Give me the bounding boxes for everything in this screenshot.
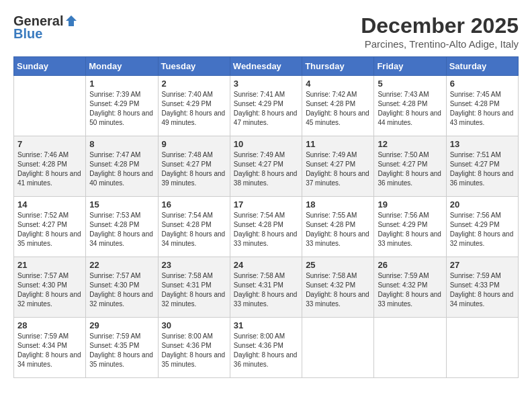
day-info: Sunrise: 7:58 AMSunset: 4:32 PMDaylight:… xyxy=(306,271,370,309)
weekday-header-row: SundayMondayTuesdayWednesdayThursdayFrid… xyxy=(14,57,519,76)
calendar-cell: 31Sunrise: 8:00 AMSunset: 4:36 PMDayligh… xyxy=(230,318,302,378)
calendar-cell: 28Sunrise: 7:59 AMSunset: 4:34 PMDayligh… xyxy=(14,318,86,378)
day-number: 5 xyxy=(378,79,442,89)
sunset-text: Sunset: 4:28 PM xyxy=(378,99,442,109)
day-info: Sunrise: 7:59 AMSunset: 4:35 PMDaylight:… xyxy=(89,332,154,369)
day-info: Sunrise: 7:45 AMSunset: 4:28 PMDaylight:… xyxy=(450,90,515,128)
day-number: 20 xyxy=(450,199,515,210)
sunrise-text: Sunrise: 7:59 AM xyxy=(450,271,515,281)
calendar-cell: 15Sunrise: 7:53 AMSunset: 4:28 PMDayligh… xyxy=(86,197,158,257)
daylight-text: Daylight: 8 hours and 44 minutes. xyxy=(378,109,442,128)
sunset-text: Sunset: 4:27 PM xyxy=(234,160,298,169)
sunset-text: Sunset: 4:29 PM xyxy=(89,99,154,109)
sunrise-text: Sunrise: 7:51 AM xyxy=(450,150,515,160)
day-number: 22 xyxy=(89,260,154,270)
day-info: Sunrise: 7:58 AMSunset: 4:31 PMDaylight:… xyxy=(234,271,298,309)
daylight-text: Daylight: 8 hours and 36 minutes. xyxy=(234,351,298,369)
day-info: Sunrise: 7:59 AMSunset: 4:32 PMDaylight:… xyxy=(378,271,442,309)
sunset-text: Sunset: 4:33 PM xyxy=(450,281,515,290)
sunset-text: Sunset: 4:27 PM xyxy=(162,160,226,169)
day-info: Sunrise: 7:54 AMSunset: 4:28 PMDaylight:… xyxy=(162,211,226,248)
day-number: 24 xyxy=(234,260,298,270)
day-info: Sunrise: 7:58 AMSunset: 4:31 PMDaylight:… xyxy=(162,271,226,309)
calendar-cell: 8Sunrise: 7:47 AMSunset: 4:28 PMDaylight… xyxy=(86,136,158,197)
calendar-cell xyxy=(446,318,518,378)
daylight-text: Daylight: 8 hours and 34 minutes. xyxy=(89,230,154,248)
daylight-text: Daylight: 8 hours and 41 minutes. xyxy=(17,169,82,188)
sunset-text: Sunset: 4:36 PM xyxy=(162,341,226,351)
day-info: Sunrise: 7:56 AMSunset: 4:29 PMDaylight:… xyxy=(378,211,442,248)
sunset-text: Sunset: 4:28 PM xyxy=(450,99,515,109)
sunset-text: Sunset: 4:29 PM xyxy=(234,99,298,109)
calendar-cell: 30Sunrise: 8:00 AMSunset: 4:36 PMDayligh… xyxy=(158,318,230,378)
sunset-text: Sunset: 4:27 PM xyxy=(450,160,515,169)
day-info: Sunrise: 7:56 AMSunset: 4:29 PMDaylight:… xyxy=(450,211,515,248)
sunrise-text: Sunrise: 7:42 AM xyxy=(306,90,370,99)
month-title: December 2025 xyxy=(361,13,519,38)
sunrise-text: Sunrise: 7:41 AM xyxy=(234,90,298,99)
sunset-text: Sunset: 4:29 PM xyxy=(450,220,515,230)
sunset-text: Sunset: 4:30 PM xyxy=(17,281,82,290)
calendar-cell: 18Sunrise: 7:55 AMSunset: 4:28 PMDayligh… xyxy=(302,197,374,257)
sunset-text: Sunset: 4:36 PM xyxy=(234,341,298,351)
day-info: Sunrise: 7:41 AMSunset: 4:29 PMDaylight:… xyxy=(234,90,298,128)
day-number: 26 xyxy=(378,260,442,270)
calendar-body: 1Sunrise: 7:39 AMSunset: 4:29 PMDaylight… xyxy=(14,76,519,378)
calendar-week-5: 28Sunrise: 7:59 AMSunset: 4:34 PMDayligh… xyxy=(14,318,519,378)
sunrise-text: Sunrise: 7:53 AM xyxy=(89,211,154,220)
logo-blue-text: Blue xyxy=(13,26,42,42)
day-number: 16 xyxy=(162,199,226,210)
day-info: Sunrise: 7:54 AMSunset: 4:28 PMDaylight:… xyxy=(234,211,298,248)
day-number: 21 xyxy=(17,260,82,270)
sunset-text: Sunset: 4:34 PM xyxy=(17,341,82,351)
sunset-text: Sunset: 4:35 PM xyxy=(89,341,154,351)
calendar-cell xyxy=(302,318,374,378)
calendar-week-3: 14Sunrise: 7:52 AMSunset: 4:27 PMDayligh… xyxy=(14,197,519,257)
sunset-text: Sunset: 4:29 PM xyxy=(378,220,442,230)
sunset-text: Sunset: 4:27 PM xyxy=(17,220,82,230)
calendar-cell: 24Sunrise: 7:58 AMSunset: 4:31 PMDayligh… xyxy=(230,257,302,318)
daylight-text: Daylight: 8 hours and 34 minutes. xyxy=(450,290,515,309)
logo: General Blue xyxy=(13,13,78,42)
daylight-text: Daylight: 8 hours and 43 minutes. xyxy=(450,109,515,128)
daylight-text: Daylight: 8 hours and 33 minutes. xyxy=(234,290,298,309)
day-number: 7 xyxy=(17,139,82,149)
calendar-cell: 10Sunrise: 7:49 AMSunset: 4:27 PMDayligh… xyxy=(230,136,302,197)
calendar-cell: 20Sunrise: 7:56 AMSunset: 4:29 PMDayligh… xyxy=(446,197,518,257)
calendar-cell: 7Sunrise: 7:46 AMSunset: 4:28 PMDaylight… xyxy=(14,136,86,197)
sunrise-text: Sunrise: 7:52 AM xyxy=(17,211,82,220)
day-info: Sunrise: 7:40 AMSunset: 4:29 PMDaylight:… xyxy=(162,90,226,128)
daylight-text: Daylight: 8 hours and 35 minutes. xyxy=(17,230,82,248)
daylight-text: Daylight: 8 hours and 33 minutes. xyxy=(306,290,370,309)
day-number: 15 xyxy=(89,199,154,210)
daylight-text: Daylight: 8 hours and 37 minutes. xyxy=(306,169,370,188)
calendar-cell: 14Sunrise: 7:52 AMSunset: 4:27 PMDayligh… xyxy=(14,197,86,257)
day-number: 14 xyxy=(17,199,82,210)
daylight-text: Daylight: 8 hours and 49 minutes. xyxy=(162,109,226,128)
daylight-text: Daylight: 8 hours and 35 minutes. xyxy=(162,351,226,369)
weekday-header-saturday: Saturday xyxy=(446,57,518,76)
day-number: 25 xyxy=(306,260,370,270)
daylight-text: Daylight: 8 hours and 33 minutes. xyxy=(378,290,442,309)
calendar-cell: 2Sunrise: 7:40 AMSunset: 4:29 PMDaylight… xyxy=(158,76,230,136)
day-number: 19 xyxy=(378,199,442,210)
day-info: Sunrise: 7:55 AMSunset: 4:28 PMDaylight:… xyxy=(306,211,370,248)
location-title: Parcines, Trentino-Alto Adige, Italy xyxy=(361,38,519,50)
daylight-text: Daylight: 8 hours and 45 minutes. xyxy=(306,109,370,128)
day-info: Sunrise: 7:43 AMSunset: 4:28 PMDaylight:… xyxy=(378,90,442,128)
calendar-cell: 13Sunrise: 7:51 AMSunset: 4:27 PMDayligh… xyxy=(446,136,518,197)
day-info: Sunrise: 7:39 AMSunset: 4:29 PMDaylight:… xyxy=(89,90,154,128)
day-number: 2 xyxy=(162,79,226,89)
day-info: Sunrise: 8:00 AMSunset: 4:36 PMDaylight:… xyxy=(234,332,298,369)
sunset-text: Sunset: 4:32 PM xyxy=(306,281,370,290)
sunrise-text: Sunrise: 8:00 AM xyxy=(162,332,226,341)
sunrise-text: Sunrise: 7:58 AM xyxy=(306,271,370,281)
day-info: Sunrise: 8:00 AMSunset: 4:36 PMDaylight:… xyxy=(162,332,226,369)
day-number: 3 xyxy=(234,79,298,89)
day-info: Sunrise: 7:57 AMSunset: 4:30 PMDaylight:… xyxy=(17,271,82,309)
daylight-text: Daylight: 8 hours and 32 minutes. xyxy=(162,290,226,309)
sunrise-text: Sunrise: 7:56 AM xyxy=(450,211,515,220)
day-info: Sunrise: 7:52 AMSunset: 4:27 PMDaylight:… xyxy=(17,211,82,248)
calendar-cell: 12Sunrise: 7:50 AMSunset: 4:27 PMDayligh… xyxy=(374,136,446,197)
calendar-cell: 5Sunrise: 7:43 AMSunset: 4:28 PMDaylight… xyxy=(374,76,446,136)
